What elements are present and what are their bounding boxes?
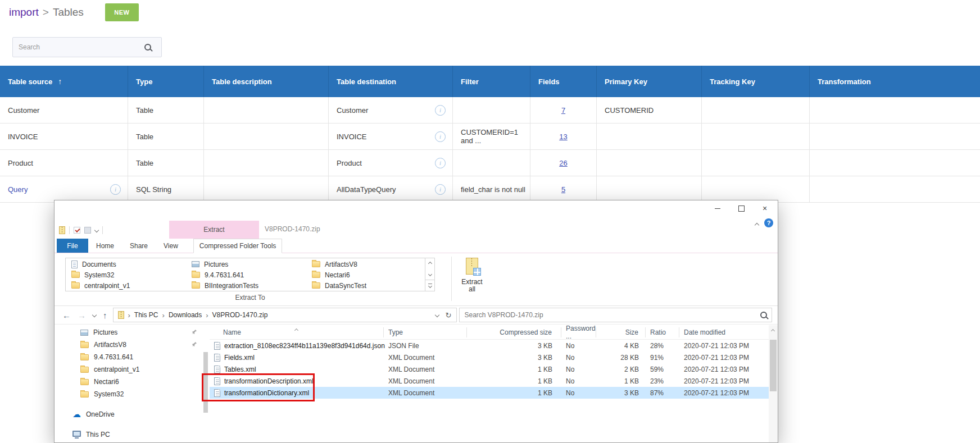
extract-destination[interactable]: 9.4.7631.641 <box>186 270 306 280</box>
new-folder-icon[interactable] <box>84 227 91 234</box>
info-icon[interactable]: i <box>110 184 121 195</box>
extract-destination[interactable]: Documents <box>66 259 186 270</box>
extract-destination[interactable]: DataSyncTest <box>306 280 427 291</box>
tab-share[interactable]: Share <box>122 239 156 253</box>
breadcrumb-separator: > <box>43 6 49 19</box>
maximize-button[interactable] <box>729 202 753 215</box>
fields-count-link[interactable]: 7 <box>561 106 565 115</box>
info-icon[interactable]: i <box>435 158 446 168</box>
fields-count-link[interactable]: 13 <box>559 133 567 141</box>
contextual-tab-group-extract[interactable]: Extract <box>169 221 259 239</box>
cell-tracking-key <box>701 176 809 202</box>
extract-destination[interactable]: centralpoint_v1 <box>66 280 186 291</box>
tab-file[interactable]: File <box>57 239 88 253</box>
address-box[interactable]: › This PC › Downloads › V8PROD-1470.zip … <box>113 308 457 322</box>
scroll-up-icon[interactable] <box>771 329 775 333</box>
nav-item-pictures[interactable]: Pictures <box>55 326 210 339</box>
gallery-more-icon[interactable] <box>425 280 434 291</box>
close-button[interactable]: × <box>753 202 777 215</box>
nav-item-nectari6[interactable]: Nectari6 <box>55 376 210 388</box>
extract-destination[interactable]: ArtifactsV8 <box>306 259 427 270</box>
table-row[interactable]: Customer Table Customer i 7 CUSTOMERID <box>0 97 980 124</box>
table-row[interactable]: INVOICE Table INVOICE i CUSTOMERID=1 and… <box>0 124 980 150</box>
info-icon[interactable]: i <box>435 131 446 142</box>
column-header-fields[interactable]: Fields <box>530 66 596 97</box>
column-header-compressed-size[interactable]: Compressed size <box>467 327 561 337</box>
tab-home[interactable]: Home <box>88 239 122 253</box>
grid-header-row: Table source ↑ Type Table description Ta… <box>0 66 980 97</box>
destination-label: BIIntegrationTests <box>205 282 258 290</box>
help-icon[interactable]: ? <box>764 218 773 227</box>
column-header-size[interactable]: Size <box>596 327 646 337</box>
crumb-this-pc[interactable]: This PC <box>134 311 158 319</box>
info-icon[interactable]: i <box>435 184 446 195</box>
gallery-scroll-up-icon[interactable] <box>425 258 434 269</box>
up-icon[interactable]: ↑ <box>103 310 107 320</box>
file-list-scrollbar[interactable] <box>769 325 778 442</box>
extract-destination[interactable]: Pictures <box>186 259 306 270</box>
minimize-button[interactable] <box>706 202 729 215</box>
nav-item-onedrive[interactable]: ☁ OneDrive <box>55 408 210 421</box>
cell-destination: AllDataTypeQuery i <box>328 176 452 202</box>
column-header-table-destination[interactable]: Table destination <box>328 66 452 97</box>
nav-scrollbar[interactable] <box>203 352 208 413</box>
new-button[interactable]: NEW <box>105 3 139 21</box>
file-row[interactable]: Tables.xml XML Document 1 KB No 2 KB 59%… <box>210 363 769 375</box>
file-name: transformationDescription.xml <box>224 377 314 385</box>
extract-destination[interactable]: System32 <box>66 270 186 280</box>
crumb-zip[interactable]: V8PROD-1470.zip <box>212 311 268 319</box>
column-header-primary-key[interactable]: Primary Key <box>596 66 701 97</box>
search-icon[interactable] <box>144 44 151 51</box>
refresh-icon[interactable]: ↻ <box>446 311 452 319</box>
column-header-table-source[interactable]: Table source ↑ <box>0 66 128 97</box>
table-row[interactable]: Product Table Product i 26 <box>0 150 980 176</box>
address-dropdown-icon[interactable] <box>434 313 439 317</box>
nav-item-this-pc[interactable]: This PC <box>55 428 210 441</box>
nav-item-system32[interactable]: System32 <box>55 388 210 400</box>
column-header-type[interactable]: Type <box>384 327 467 337</box>
xml-file-icon <box>214 366 220 373</box>
info-icon[interactable]: i <box>435 105 446 116</box>
search-icon[interactable] <box>760 312 767 318</box>
column-header-password[interactable]: Password ... <box>561 327 596 337</box>
folder-icon <box>80 367 89 373</box>
extract-all-button[interactable]: Extract all <box>456 255 488 304</box>
extract-destination[interactable]: Nectari6 <box>306 270 427 280</box>
column-header-transformation[interactable]: Transformation <box>809 66 980 97</box>
customize-toolbar-icon[interactable] <box>94 228 99 232</box>
file-date-modified: 2020-07-21 12:03 PM <box>679 363 769 375</box>
file-row[interactable]: transformationDescription.xml XML Docume… <box>210 375 769 387</box>
column-header-type[interactable]: Type <box>128 66 203 97</box>
column-header-filter[interactable]: Filter <box>452 66 530 97</box>
collapse-ribbon-icon[interactable] <box>755 221 759 229</box>
tab-view[interactable]: View <box>156 239 186 253</box>
crumb-downloads[interactable]: Downloads <box>169 311 202 319</box>
tab-compressed-folder-tools[interactable]: Compressed Folder Tools <box>193 239 283 253</box>
nav-item-artifactsv8[interactable]: ArtifactsV8 <box>55 339 210 351</box>
forward-icon[interactable]: → <box>78 310 86 320</box>
query-source-link[interactable]: Query <box>8 185 28 194</box>
breadcrumb-import-link[interactable]: import <box>9 6 39 19</box>
nav-item-centralpoint[interactable]: centralpoint_v1 <box>55 363 210 376</box>
table-row[interactable]: Query i SQL String AllDataTypeQuery i fi… <box>0 176 980 203</box>
recent-locations-icon[interactable] <box>92 313 97 317</box>
fields-count-link[interactable]: 26 <box>559 159 567 167</box>
gallery-scroll-down-icon[interactable] <box>425 269 434 280</box>
column-header-date-modified[interactable]: Date modified <box>679 327 769 337</box>
cell-tracking-key <box>701 124 809 149</box>
search-input[interactable] <box>13 43 144 51</box>
column-header-tracking-key[interactable]: Tracking Key <box>701 66 809 97</box>
fields-count-link[interactable]: 5 <box>561 185 565 194</box>
file-type: XML Document <box>384 363 467 375</box>
column-header-ratio[interactable]: Ratio <box>646 327 679 337</box>
column-header-table-description[interactable]: Table description <box>203 66 328 97</box>
explorer-search-input[interactable] <box>460 311 760 319</box>
nav-item-version-folder[interactable]: 9.4.7631.641 <box>55 351 210 363</box>
file-row[interactable]: Fields.xml XML Document 3 KB No 28 KB 91… <box>210 351 769 363</box>
back-icon[interactable]: ← <box>62 310 71 320</box>
file-row-selected[interactable]: transformationDictionary.xml XML Documen… <box>210 387 769 399</box>
scrollbar-thumb[interactable] <box>770 340 777 391</box>
properties-icon[interactable] <box>74 227 80 234</box>
file-row[interactable]: extraction_8108ec8234ff4b11a139e8f3d941d… <box>210 340 769 351</box>
extract-destination[interactable]: BIIntegrationTests <box>186 280 306 291</box>
